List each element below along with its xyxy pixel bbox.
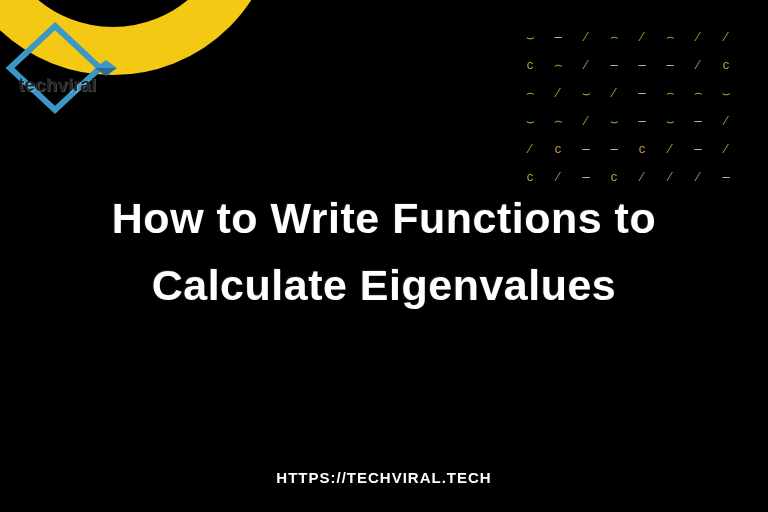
- pattern-glyph: ⁄: [684, 50, 712, 78]
- pattern-glyph: ⁄: [572, 106, 600, 134]
- pattern-glyph: ⁄: [516, 134, 544, 162]
- pattern-glyph: ⌣: [656, 106, 684, 134]
- pattern-glyph: c: [544, 134, 572, 162]
- pattern-glyph: ⁄: [712, 22, 740, 50]
- pattern-glyph: ⌢: [656, 78, 684, 106]
- pattern-glyph: ⌢: [544, 106, 572, 134]
- logo-text: techviral: [18, 74, 96, 96]
- svg-marker-0: [10, 26, 100, 110]
- pattern-glyph: ⌣: [712, 78, 740, 106]
- pattern-glyph: ⁄: [572, 50, 600, 78]
- logo-diamond-icon: [0, 18, 120, 118]
- pattern-glyph: –: [684, 106, 712, 134]
- pattern-glyph: c: [712, 50, 740, 78]
- pattern-glyph: –: [684, 134, 712, 162]
- brand-logo: techviral: [0, 18, 120, 118]
- pattern-glyph: ⁄: [684, 22, 712, 50]
- pattern-glyph: –: [600, 50, 628, 78]
- pattern-glyph: ⌢: [600, 22, 628, 50]
- pattern-glyph: –: [628, 78, 656, 106]
- pattern-glyph: –: [544, 22, 572, 50]
- pattern-glyph: ⌢: [684, 78, 712, 106]
- pattern-glyph: c: [628, 134, 656, 162]
- pattern-glyph: –: [600, 134, 628, 162]
- pattern-glyph: –: [628, 50, 656, 78]
- decorative-glyph-grid: ⌣–⁄⌢⁄⌢⁄⁄c⌢⁄–––⁄c⌢⁄⌣⁄–⌢⌢⌣⌣⌢⁄⌣–⌣–⁄⁄c––c⁄–⁄…: [516, 22, 740, 190]
- pattern-glyph: ⁄: [712, 134, 740, 162]
- pattern-glyph: ⌢: [656, 22, 684, 50]
- pattern-glyph: ⁄: [544, 78, 572, 106]
- pattern-glyph: ⁄: [628, 22, 656, 50]
- pattern-glyph: ⁄: [712, 106, 740, 134]
- pattern-glyph: –: [628, 106, 656, 134]
- pattern-glyph: ⁄: [656, 134, 684, 162]
- pattern-glyph: –: [572, 134, 600, 162]
- pattern-glyph: ⌢: [516, 78, 544, 106]
- pattern-glyph: ⌣: [516, 22, 544, 50]
- pattern-glyph: ⌣: [516, 106, 544, 134]
- pattern-glyph: –: [656, 50, 684, 78]
- pattern-glyph: c: [516, 50, 544, 78]
- article-title: How to Write Functions to Calculate Eige…: [0, 185, 768, 318]
- pattern-glyph: ⌣: [572, 78, 600, 106]
- site-url: HTTPS://TECHVIRAL.TECH: [0, 469, 768, 486]
- pattern-glyph: ⁄: [572, 22, 600, 50]
- pattern-glyph: ⁄: [600, 78, 628, 106]
- pattern-glyph: ⌣: [600, 106, 628, 134]
- pattern-glyph: ⌢: [544, 50, 572, 78]
